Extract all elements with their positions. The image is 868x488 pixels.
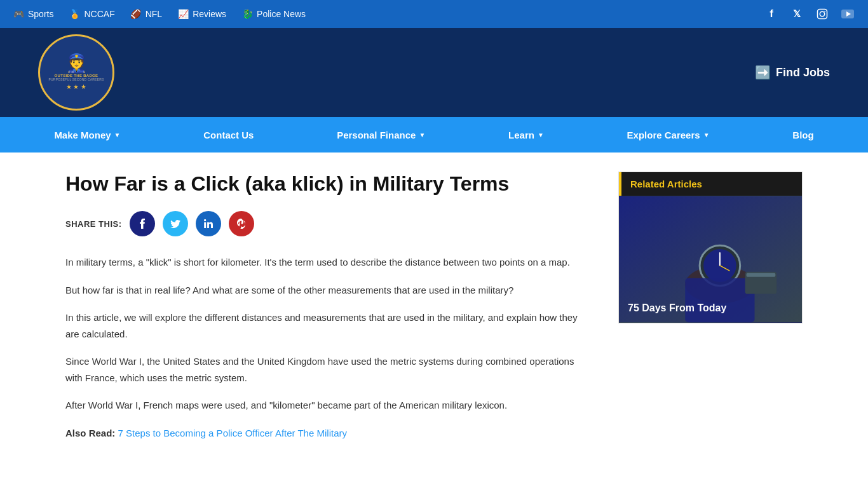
sidebar: Related Articles <box>618 172 803 452</box>
related-articles-box: Related Articles <box>618 172 803 323</box>
also-read-paragraph: Also Read: 7 Steps to Becoming a Police … <box>65 425 593 442</box>
related-article-title: 75 Days From Today <box>619 294 735 323</box>
top-bar: 🎮 Sports 🏅 NCCAF 🏈 NFL 📈 Reviews 🐉 Polic… <box>0 0 868 28</box>
top-nav-sports[interactable]: 🎮 Sports <box>13 8 53 20</box>
nav-learn[interactable]: Learn ▼ <box>502 117 550 152</box>
nav-contact-us[interactable]: Contact Us <box>197 117 260 152</box>
svg-point-2 <box>824 11 825 12</box>
top-nav-nfl[interactable]: 🏈 NFL <box>130 8 162 20</box>
paragraph-5: After World War I, French maps were used… <box>65 397 593 414</box>
paragraph-1: In military terms, a "klick" is short fo… <box>65 254 593 271</box>
svg-rect-13 <box>747 273 776 277</box>
paragraph-3: In this article, we will explore the dif… <box>65 309 593 342</box>
nav-blog[interactable]: Blog <box>786 117 820 152</box>
paragraph-4: Since World War I, the United States and… <box>65 353 593 386</box>
make-money-chevron-icon: ▼ <box>114 132 121 139</box>
content-wrapper: How Far is a Click (aka klick) in Milita… <box>27 152 841 471</box>
reviews-icon: 📈 <box>177 8 189 20</box>
article-title: How Far is a Click (aka klick) in Milita… <box>65 172 593 196</box>
svg-point-1 <box>820 11 825 17</box>
youtube-icon[interactable] <box>840 6 855 22</box>
share-linkedin-button[interactable] <box>196 211 221 236</box>
share-facebook-button[interactable] <box>130 211 155 236</box>
sports-icon: 🎮 <box>13 8 24 20</box>
related-articles-header: Related Articles <box>619 172 802 196</box>
find-jobs-button[interactable]: ➡️ Find Jobs <box>755 65 830 80</box>
nfl-icon: 🏈 <box>130 8 142 20</box>
share-twitter-button[interactable] <box>163 211 188 236</box>
social-icons: f 𝕏 <box>764 6 855 22</box>
paragraph-2: But how far is that in real life? And wh… <box>65 282 593 299</box>
top-nav-nccaf[interactable]: 🏅 NCCAF <box>69 8 114 20</box>
twitter-icon[interactable]: 𝕏 <box>789 6 804 22</box>
main-nav: Make Money ▼ Contact Us Personal Finance… <box>0 117 868 152</box>
top-nav-police-news[interactable]: 🐉 Police News <box>241 8 306 20</box>
logo: 👮 OUTSIDE THE BADGE PURPOSEFUL SECOND CA… <box>38 34 114 111</box>
top-bar-nav: 🎮 Sports 🏅 NCCAF 🏈 NFL 📈 Reviews 🐉 Polic… <box>13 8 306 20</box>
share-section: SHARE THIS: <box>65 211 593 236</box>
also-read-link[interactable]: 7 Steps to Becoming a Police Officer Aft… <box>118 428 347 438</box>
personal-finance-chevron-icon: ▼ <box>419 132 425 139</box>
learn-chevron-icon: ▼ <box>538 132 544 139</box>
site-header: 👮 OUTSIDE THE BADGE PURPOSEFUL SECOND CA… <box>0 28 868 117</box>
svg-rect-0 <box>818 10 827 19</box>
share-pinterest-button[interactable] <box>229 211 254 236</box>
nav-make-money[interactable]: Make Money ▼ <box>48 117 126 152</box>
main-content: How Far is a Click (aka klick) in Milita… <box>65 172 593 452</box>
article-body: In military terms, a "klick" is short fo… <box>65 254 593 441</box>
share-label: SHARE THIS: <box>65 219 122 229</box>
related-article-image[interactable]: 75 Days From Today <box>619 196 802 323</box>
nccaf-icon: 🏅 <box>69 8 80 20</box>
instagram-icon[interactable] <box>815 6 830 22</box>
logo-area[interactable]: 👮 OUTSIDE THE BADGE PURPOSEFUL SECOND CA… <box>38 34 114 111</box>
facebook-icon[interactable]: f <box>764 6 779 22</box>
nav-explore-careers[interactable]: Explore Careers ▼ <box>621 117 716 152</box>
top-nav-reviews[interactable]: 📈 Reviews <box>177 8 226 20</box>
explore-careers-chevron-icon: ▼ <box>703 132 710 139</box>
police-news-icon: 🐉 <box>241 8 253 20</box>
find-jobs-icon: ➡️ <box>755 65 771 80</box>
also-read-label: Also Read: <box>65 428 115 438</box>
nav-personal-finance[interactable]: Personal Finance ▼ <box>330 117 431 152</box>
